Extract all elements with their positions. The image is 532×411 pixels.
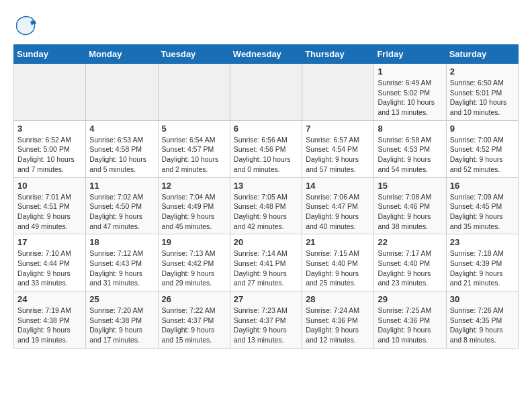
day-info: Sunrise: 7:01 AM Sunset: 4:51 PM Dayligh… — [17, 192, 82, 232]
day-info: Sunrise: 7:24 AM Sunset: 4:36 PM Dayligh… — [306, 306, 370, 345]
calendar-cell: 10Sunrise: 7:01 AM Sunset: 4:51 PM Dayli… — [14, 177, 86, 234]
day-info: Sunrise: 7:14 AM Sunset: 4:41 PM Dayligh… — [234, 248, 298, 288]
day-number: 10 — [17, 181, 82, 191]
day-number: 28 — [306, 294, 370, 304]
calendar-cell: 2Sunrise: 6:50 AM Sunset: 5:01 PM Daylig… — [446, 64, 518, 121]
calendar-cell: 9Sunrise: 7:00 AM Sunset: 4:52 PM Daylig… — [446, 120, 518, 177]
day-info: Sunrise: 7:18 AM Sunset: 4:39 PM Dayligh… — [450, 248, 515, 288]
calendar-cell: 8Sunrise: 6:58 AM Sunset: 4:53 PM Daylig… — [374, 120, 446, 177]
day-info: Sunrise: 7:04 AM Sunset: 4:49 PM Dayligh… — [162, 192, 226, 232]
calendar-cell: 17Sunrise: 7:10 AM Sunset: 4:44 PM Dayli… — [14, 234, 86, 291]
day-number: 16 — [450, 181, 515, 191]
weekday-header-saturday: Saturday — [446, 45, 518, 64]
calendar-cell: 20Sunrise: 7:14 AM Sunset: 4:41 PM Dayli… — [230, 234, 302, 291]
day-number: 19 — [162, 237, 226, 247]
day-number: 27 — [234, 294, 298, 304]
calendar-cell — [230, 64, 302, 121]
day-info: Sunrise: 6:49 AM Sunset: 5:02 PM Dayligh… — [378, 78, 442, 118]
day-info: Sunrise: 7:15 AM Sunset: 4:40 PM Dayligh… — [306, 248, 370, 288]
logo — [13, 13, 40, 38]
calendar-week-5: 24Sunrise: 7:19 AM Sunset: 4:38 PM Dayli… — [14, 291, 519, 349]
day-info: Sunrise: 7:05 AM Sunset: 4:48 PM Dayligh… — [234, 192, 298, 232]
day-info: Sunrise: 7:17 AM Sunset: 4:40 PM Dayligh… — [378, 248, 442, 288]
day-number: 3 — [17, 124, 82, 134]
calendar-cell: 28Sunrise: 7:24 AM Sunset: 4:36 PM Dayli… — [302, 291, 374, 349]
weekday-header-monday: Monday — [86, 45, 158, 64]
calendar-table: SundayMondayTuesdayWednesdayThursdayFrid… — [13, 44, 519, 349]
calendar-cell — [302, 64, 374, 121]
day-number: 6 — [234, 124, 298, 134]
calendar-cell: 13Sunrise: 7:05 AM Sunset: 4:48 PM Dayli… — [230, 177, 302, 234]
weekday-header-thursday: Thursday — [302, 45, 374, 64]
day-info: Sunrise: 7:06 AM Sunset: 4:47 PM Dayligh… — [306, 192, 370, 232]
calendar-cell: 24Sunrise: 7:19 AM Sunset: 4:38 PM Dayli… — [14, 291, 86, 349]
calendar-cell: 16Sunrise: 7:09 AM Sunset: 4:45 PM Dayli… — [446, 177, 518, 234]
page-header — [13, 13, 519, 38]
calendar-week-2: 3Sunrise: 6:52 AM Sunset: 5:00 PM Daylig… — [14, 120, 519, 177]
day-number: 14 — [306, 181, 370, 191]
day-info: Sunrise: 7:10 AM Sunset: 4:44 PM Dayligh… — [17, 248, 82, 288]
day-number: 4 — [89, 124, 154, 134]
day-info: Sunrise: 6:57 AM Sunset: 4:54 PM Dayligh… — [306, 135, 370, 175]
calendar-cell: 12Sunrise: 7:04 AM Sunset: 4:49 PM Dayli… — [158, 177, 230, 234]
day-number: 24 — [17, 294, 82, 304]
day-number: 30 — [450, 294, 515, 304]
day-number: 11 — [89, 181, 154, 191]
calendar-body: 1Sunrise: 6:49 AM Sunset: 5:02 PM Daylig… — [14, 64, 519, 349]
day-number: 15 — [378, 181, 442, 191]
day-number: 2 — [450, 66, 515, 77]
calendar-cell: 22Sunrise: 7:17 AM Sunset: 4:40 PM Dayli… — [374, 234, 446, 291]
day-info: Sunrise: 7:20 AM Sunset: 4:38 PM Dayligh… — [89, 306, 154, 345]
day-info: Sunrise: 6:58 AM Sunset: 4:53 PM Dayligh… — [378, 135, 442, 175]
calendar-cell: 4Sunrise: 6:53 AM Sunset: 4:58 PM Daylig… — [86, 120, 158, 177]
day-info: Sunrise: 7:26 AM Sunset: 4:35 PM Dayligh… — [450, 306, 515, 345]
calendar-week-3: 10Sunrise: 7:01 AM Sunset: 4:51 PM Dayli… — [14, 177, 519, 234]
calendar-cell: 15Sunrise: 7:08 AM Sunset: 4:46 PM Dayli… — [374, 177, 446, 234]
weekday-header-friday: Friday — [374, 45, 446, 64]
calendar-cell: 25Sunrise: 7:20 AM Sunset: 4:38 PM Dayli… — [86, 291, 158, 349]
calendar-header: SundayMondayTuesdayWednesdayThursdayFrid… — [14, 45, 519, 64]
calendar-cell: 18Sunrise: 7:12 AM Sunset: 4:43 PM Dayli… — [86, 234, 158, 291]
calendar-cell: 30Sunrise: 7:26 AM Sunset: 4:35 PM Dayli… — [446, 291, 518, 349]
logo-icon — [13, 13, 38, 38]
calendar-cell: 1Sunrise: 6:49 AM Sunset: 5:02 PM Daylig… — [374, 64, 446, 121]
day-number: 12 — [162, 181, 226, 191]
calendar-cell: 7Sunrise: 6:57 AM Sunset: 4:54 PM Daylig… — [302, 120, 374, 177]
calendar-cell: 29Sunrise: 7:25 AM Sunset: 4:36 PM Dayli… — [374, 291, 446, 349]
day-info: Sunrise: 6:54 AM Sunset: 4:57 PM Dayligh… — [162, 135, 226, 175]
day-info: Sunrise: 7:02 AM Sunset: 4:50 PM Dayligh… — [89, 192, 154, 232]
day-number: 21 — [306, 237, 370, 247]
day-info: Sunrise: 7:25 AM Sunset: 4:36 PM Dayligh… — [378, 306, 442, 345]
day-number: 9 — [450, 124, 515, 134]
calendar-cell: 19Sunrise: 7:13 AM Sunset: 4:42 PM Dayli… — [158, 234, 230, 291]
calendar-cell: 21Sunrise: 7:15 AM Sunset: 4:40 PM Dayli… — [302, 234, 374, 291]
calendar-cell: 3Sunrise: 6:52 AM Sunset: 5:00 PM Daylig… — [14, 120, 86, 177]
weekday-header-sunday: Sunday — [14, 45, 86, 64]
weekday-header-tuesday: Tuesday — [158, 45, 230, 64]
day-info: Sunrise: 6:53 AM Sunset: 4:58 PM Dayligh… — [89, 135, 154, 175]
day-number: 17 — [17, 237, 82, 247]
day-info: Sunrise: 7:08 AM Sunset: 4:46 PM Dayligh… — [378, 192, 442, 232]
day-number: 8 — [378, 124, 442, 134]
calendar-cell: 11Sunrise: 7:02 AM Sunset: 4:50 PM Dayli… — [86, 177, 158, 234]
day-info: Sunrise: 7:13 AM Sunset: 4:42 PM Dayligh… — [162, 248, 226, 288]
calendar-cell: 14Sunrise: 7:06 AM Sunset: 4:47 PM Dayli… — [302, 177, 374, 234]
calendar-week-4: 17Sunrise: 7:10 AM Sunset: 4:44 PM Dayli… — [14, 234, 519, 291]
calendar-cell — [14, 64, 86, 121]
day-number: 7 — [306, 124, 370, 134]
calendar-cell: 5Sunrise: 6:54 AM Sunset: 4:57 PM Daylig… — [158, 120, 230, 177]
day-number: 1 — [378, 66, 442, 77]
calendar-cell: 26Sunrise: 7:22 AM Sunset: 4:37 PM Dayli… — [158, 291, 230, 349]
calendar-cell — [158, 64, 230, 121]
calendar-week-1: 1Sunrise: 6:49 AM Sunset: 5:02 PM Daylig… — [14, 64, 519, 121]
calendar-cell: 27Sunrise: 7:23 AM Sunset: 4:37 PM Dayli… — [230, 291, 302, 349]
weekday-header-row: SundayMondayTuesdayWednesdayThursdayFrid… — [14, 45, 519, 64]
day-info: Sunrise: 7:23 AM Sunset: 4:37 PM Dayligh… — [234, 306, 298, 345]
day-info: Sunrise: 7:22 AM Sunset: 4:37 PM Dayligh… — [162, 306, 226, 345]
day-number: 5 — [162, 124, 226, 134]
day-number: 23 — [450, 237, 515, 247]
day-number: 13 — [234, 181, 298, 191]
calendar-cell: 23Sunrise: 7:18 AM Sunset: 4:39 PM Dayli… — [446, 234, 518, 291]
calendar-cell — [86, 64, 158, 121]
day-info: Sunrise: 7:19 AM Sunset: 4:38 PM Dayligh… — [17, 306, 82, 345]
